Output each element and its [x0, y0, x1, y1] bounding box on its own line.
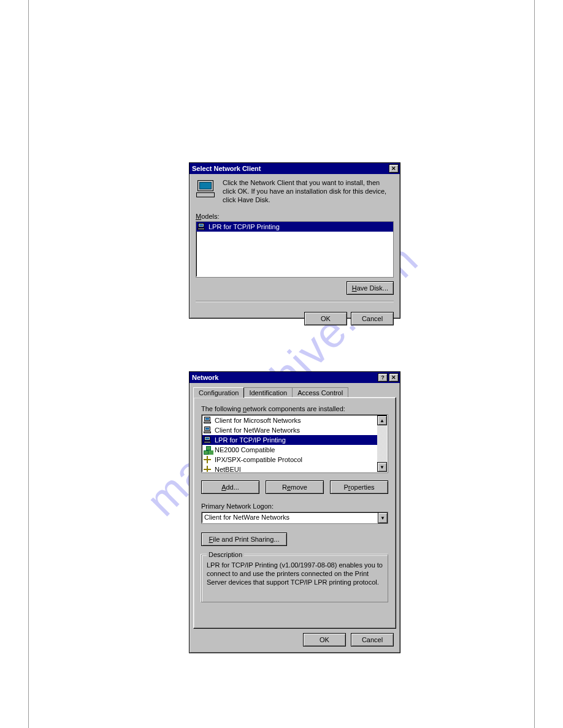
client-icon	[204, 427, 212, 434]
remove-button[interactable]: Remove	[266, 480, 324, 494]
file-print-sharing-button[interactable]: File and Print Sharing...	[201, 533, 287, 546]
tab-strip: Configuration Identification Access Cont…	[190, 383, 400, 397]
list-item[interactable]: NE2000 Compatible	[202, 445, 377, 455]
protocol-icon	[204, 466, 212, 472]
list-item-label: Client for NetWare Networks	[215, 427, 300, 434]
description-legend: Description	[207, 551, 244, 558]
close-icon[interactable]: ✕	[389, 164, 399, 173]
help-icon[interactable]: ?	[378, 373, 388, 382]
primary-logon-combo[interactable]: Client for NetWare Networks ▼	[201, 512, 388, 524]
dialog-titlebar[interactable]: Select Network Client ✕	[190, 163, 400, 174]
scroll-track[interactable]	[377, 425, 387, 462]
ok-button[interactable]: OK	[303, 633, 346, 646]
cancel-button[interactable]: Cancel	[351, 312, 394, 325]
computer-icon	[196, 179, 216, 200]
scroll-down-icon[interactable]: ▼	[377, 462, 387, 472]
tab-panel-configuration: The following network components are ins…	[193, 397, 396, 629]
list-item[interactable]: Client for NetWare Networks	[202, 425, 377, 435]
models-listbox[interactable]: LPR for TCP/IP Printing	[196, 221, 394, 278]
protocol-icon	[204, 456, 212, 463]
adapter-icon	[204, 446, 212, 453]
client-icon	[197, 223, 206, 230]
list-item[interactable]: NetBEUI	[202, 464, 377, 472]
page-border-right	[534, 0, 535, 728]
list-item[interactable]: IPX/SPX-compatible Protocol	[202, 455, 377, 464]
instruction-text: Click the Network Client that you want t…	[223, 179, 394, 204]
description-text: LPR for TCP/IP Printing (v1.00/1997-08-0…	[207, 561, 383, 586]
network-dialog: Network ? ✕ Configuration Identification…	[189, 371, 400, 653]
client-icon	[204, 436, 212, 444]
dialog-title: Network	[192, 374, 218, 381]
list-item-label: IPX/SPX-compatible Protocol	[215, 456, 302, 463]
ok-button[interactable]: OK	[304, 312, 347, 325]
list-item-label: LPR for TCP/IP Printing	[209, 223, 280, 230]
cancel-button[interactable]: Cancel	[351, 633, 394, 646]
select-network-client-dialog: Select Network Client ✕ Click the Networ…	[189, 162, 400, 319]
components-label: The following network components are ins…	[201, 405, 388, 412]
description-groupbox: Description LPR for TCP/IP Printing (v1.…	[201, 555, 388, 602]
list-item[interactable]: LPR for TCP/IP Printing	[202, 435, 377, 445]
scrollbar[interactable]: ▲ ▼	[377, 415, 387, 472]
chevron-down-icon[interactable]: ▼	[378, 512, 388, 523]
list-item-label: NE2000 Compatible	[215, 446, 275, 453]
tab-identification[interactable]: Identification	[243, 387, 293, 398]
client-icon	[204, 417, 212, 424]
components-listbox[interactable]: Client for Microsoft Networks Client for…	[201, 414, 388, 473]
properties-button[interactable]: Properties	[330, 480, 388, 494]
list-item[interactable]: Client for Microsoft Networks	[202, 415, 377, 425]
list-item-label: NetBEUI	[215, 466, 241, 472]
have-disk-button[interactable]: Have Disk...	[347, 281, 394, 295]
dialog-title: Select Network Client	[192, 165, 261, 172]
list-item-label: Client for Microsoft Networks	[215, 417, 301, 424]
list-item-label: LPR for TCP/IP Printing	[215, 436, 286, 444]
primary-logon-value: Client for NetWare Networks	[202, 512, 378, 523]
models-label: Models:	[196, 213, 394, 220]
separator-line	[196, 301, 394, 302]
page-border-left	[28, 0, 29, 728]
tab-configuration[interactable]: Configuration	[193, 387, 244, 398]
close-icon[interactable]: ✕	[389, 373, 399, 382]
primary-logon-label: Primary Network Logon:	[201, 502, 388, 510]
scroll-up-icon[interactable]: ▲	[377, 415, 387, 425]
dialog-titlebar[interactable]: Network ? ✕	[190, 372, 400, 383]
add-button[interactable]: Add...	[201, 480, 259, 494]
list-item[interactable]: LPR for TCP/IP Printing	[196, 222, 393, 232]
tab-access-control[interactable]: Access Control	[292, 387, 348, 398]
